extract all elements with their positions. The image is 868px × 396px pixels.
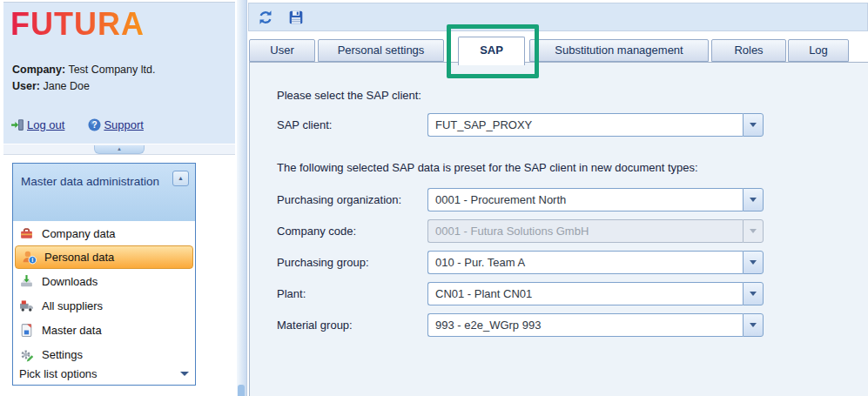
sidebar-item-label: Company data bbox=[42, 227, 116, 240]
dropdown-value: 0001 - Futura Solutions GmbH bbox=[427, 219, 743, 243]
logout-link[interactable]: Log out bbox=[10, 117, 64, 132]
chevron-down-icon bbox=[180, 372, 189, 376]
svg-text:?: ? bbox=[92, 120, 98, 130]
field-label: Company code: bbox=[277, 225, 427, 238]
app-window: FUTURA Company: Test Company ltd. User: … bbox=[0, 0, 868, 396]
refresh-button[interactable] bbox=[256, 8, 275, 27]
sidebar-item-company-data[interactable]: Company data bbox=[13, 221, 195, 245]
sidebar-item-master-data[interactable]: Master data bbox=[13, 318, 195, 342]
menu-title: Master data administration bbox=[21, 175, 159, 188]
sidebar-header-panel: FUTURA Company: Test Company ltd. User: … bbox=[3, 2, 235, 144]
field-label: SAP client: bbox=[277, 118, 427, 131]
field-label: Material group: bbox=[277, 319, 427, 332]
dropdown-button[interactable] bbox=[743, 313, 764, 337]
sidebar-item-label: Settings bbox=[42, 348, 83, 361]
intro-text: Please select the SAP client: bbox=[277, 89, 421, 102]
vertical-splitter[interactable] bbox=[237, 0, 247, 396]
toolbar bbox=[248, 3, 868, 31]
sidebar-item-all-suppliers[interactable]: All suppliers bbox=[13, 293, 195, 318]
user-value: Jane Doe bbox=[43, 80, 90, 92]
tab-sap[interactable]: SAP bbox=[458, 37, 525, 65]
dropdown-button[interactable] bbox=[743, 113, 764, 137]
preset-text: The following selected SAP data is prese… bbox=[277, 161, 698, 174]
form-row-purchasing-group: Purchasing group:010 - Pur. Team A bbox=[277, 251, 764, 274]
form-row-sap-client: SAP client:FUT_SAP_PROXY bbox=[277, 113, 764, 137]
truck-icon bbox=[19, 299, 34, 313]
sidebar-item-label: Personal data bbox=[44, 251, 114, 264]
chevron-down-icon bbox=[750, 323, 757, 327]
user-label: User: bbox=[12, 80, 40, 92]
dropdown-value[interactable]: 0001 - Procurement North bbox=[427, 188, 743, 211]
logout-label: Log out bbox=[27, 118, 64, 131]
sidebar-item-label: All suppliers bbox=[42, 299, 103, 312]
dropdown-value[interactable]: 010 - Pur. Team A bbox=[427, 251, 743, 274]
dropdown-button bbox=[743, 219, 764, 243]
dropdown-value[interactable]: FUT_SAP_PROXY bbox=[427, 113, 743, 137]
horizontal-splitter: ▲ bbox=[3, 144, 235, 155]
logout-icon bbox=[10, 117, 25, 132]
field-label: Plant: bbox=[277, 287, 427, 300]
sap-client-dropdown[interactable]: FUT_SAP_PROXY bbox=[427, 113, 764, 137]
tab-personal-settings[interactable]: Personal settings bbox=[318, 39, 444, 62]
save-icon bbox=[288, 10, 304, 25]
sidebar-item-downloads[interactable]: Downloads bbox=[13, 269, 195, 293]
company-line: Company: Test Company ltd. bbox=[12, 62, 155, 78]
download-icon bbox=[19, 274, 34, 289]
quick-links: Log out ?Support bbox=[10, 117, 144, 132]
tab-log[interactable]: Log bbox=[788, 39, 849, 62]
refresh-icon bbox=[258, 10, 273, 25]
menu-collapse-button[interactable]: ▲ bbox=[172, 171, 189, 186]
form-row-material-group: Material group:993 - e2e_WGrp 993 bbox=[277, 313, 764, 337]
navigation-menu-panel: Master data administration ▲ Company dat… bbox=[12, 163, 196, 386]
dropdown-button[interactable] bbox=[743, 188, 764, 211]
tab-roles[interactable]: Roles bbox=[711, 39, 786, 62]
menu-header: Master data administration ▲ bbox=[13, 164, 195, 221]
futura-logo: FUTURA bbox=[10, 6, 145, 43]
splitter-collapse-handle[interactable]: ▲ bbox=[94, 145, 145, 154]
tab-strip: UserPersonal settingsSAPSubstitution man… bbox=[249, 39, 868, 62]
plant-dropdown[interactable]: CN01 - Plant CN01 bbox=[427, 282, 764, 305]
support-icon: ? bbox=[87, 117, 102, 132]
main-area: UserPersonal settingsSAPSubstitution man… bbox=[247, 0, 868, 396]
chevron-down-icon bbox=[750, 229, 757, 233]
support-link[interactable]: ?Support bbox=[87, 117, 144, 132]
purchasing-group-dropdown[interactable]: 010 - Pur. Team A bbox=[427, 251, 764, 274]
dropdown-button[interactable] bbox=[743, 282, 764, 305]
gear-icon bbox=[19, 347, 34, 362]
vertical-splitter-handle[interactable] bbox=[238, 385, 245, 396]
tab-substitution-management[interactable]: Substitution management bbox=[529, 39, 709, 62]
field-label: Purchasing group: bbox=[277, 256, 427, 269]
chevron-down-icon bbox=[750, 198, 757, 202]
form-row-plant: Plant:CN01 - Plant CN01 bbox=[277, 282, 764, 305]
form-row-purchasing-organization: Purchasing organization:0001 - Procureme… bbox=[277, 188, 764, 211]
sidebar-item-label: Downloads bbox=[42, 275, 98, 288]
company-value: Test Company ltd. bbox=[68, 64, 155, 76]
chevron-down-icon bbox=[750, 123, 757, 127]
company-label: Company: bbox=[12, 64, 65, 76]
toolbox-icon bbox=[19, 226, 34, 241]
chevron-down-icon bbox=[750, 292, 757, 296]
dropdown-value[interactable]: 993 - e2e_WGrp 993 bbox=[427, 313, 743, 337]
identity-block: Company: Test Company ltd. User: Jane Do… bbox=[12, 62, 155, 95]
sidebar-item-personal-data[interactable]: iPersonal data bbox=[15, 245, 193, 269]
svg-text:i: i bbox=[31, 256, 33, 264]
field-label: Purchasing organization: bbox=[277, 193, 427, 206]
support-label: Support bbox=[104, 118, 144, 131]
pick-list-options-label: Pick list options bbox=[19, 367, 98, 380]
company-code-dropdown: 0001 - Futura Solutions GmbH bbox=[427, 219, 764, 243]
material-group-dropdown[interactable]: 993 - e2e_WGrp 993 bbox=[427, 313, 764, 337]
sap-tab-content: Please select the SAP client: The follow… bbox=[249, 62, 868, 396]
purchasing-organization-dropdown[interactable]: 0001 - Procurement North bbox=[427, 188, 764, 211]
sidebar: FUTURA Company: Test Company ltd. User: … bbox=[0, 0, 237, 396]
dropdown-value[interactable]: CN01 - Plant CN01 bbox=[427, 282, 743, 305]
tab-user[interactable]: User bbox=[249, 39, 315, 62]
document-icon bbox=[19, 323, 34, 338]
chevron-down-icon bbox=[750, 260, 757, 265]
sidebar-item-settings[interactable]: Settings bbox=[13, 342, 195, 366]
form-row-company-code: Company code:0001 - Futura Solutions Gmb… bbox=[277, 219, 764, 243]
dropdown-button[interactable] bbox=[743, 251, 764, 274]
person-icon: i bbox=[22, 250, 37, 265]
pick-list-options[interactable]: Pick list options bbox=[19, 365, 189, 382]
save-button[interactable] bbox=[286, 8, 306, 27]
menu-items: Company dataiPersonal dataDownloadsAll s… bbox=[13, 221, 195, 366]
